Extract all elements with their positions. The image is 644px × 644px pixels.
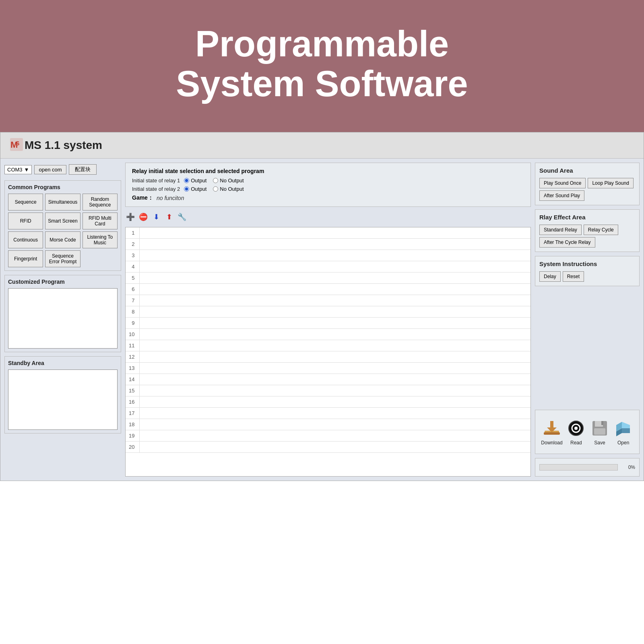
common-program-button[interactable]: Continuous bbox=[8, 231, 43, 248]
row-content[interactable] bbox=[140, 340, 530, 351]
svg-rect-6 bbox=[544, 432, 560, 435]
download-action[interactable]: Download bbox=[541, 418, 562, 446]
move-up-button[interactable]: ⬆ bbox=[164, 212, 174, 222]
remove-button[interactable]: ⛔ bbox=[138, 212, 149, 222]
relay1-output-option[interactable]: Output bbox=[184, 178, 206, 184]
row-content[interactable] bbox=[140, 329, 530, 340]
open-action[interactable]: Open bbox=[613, 418, 634, 446]
read-action[interactable]: Read bbox=[566, 418, 586, 446]
app-title: MS 1.1 system bbox=[25, 139, 102, 152]
read-label: Read bbox=[570, 440, 582, 446]
relay2-nooutput-option[interactable]: No Output bbox=[213, 186, 244, 192]
common-program-button[interactable]: Listening To Music bbox=[83, 231, 118, 248]
table-row: 14 bbox=[126, 374, 530, 385]
svg-rect-12 bbox=[601, 421, 603, 425]
table-row: 16 bbox=[126, 396, 530, 408]
row-number: 15 bbox=[126, 385, 140, 396]
row-content[interactable] bbox=[140, 250, 530, 261]
relay-config-title: Relay initial state selection and select… bbox=[132, 168, 524, 174]
standby-section: Standby Area bbox=[4, 356, 121, 433]
relay2-output-option[interactable]: Output bbox=[184, 186, 206, 192]
common-program-button[interactable]: Simultaneous bbox=[45, 194, 80, 211]
relay-effect-button[interactable]: Relay Cycle bbox=[584, 225, 618, 235]
common-program-button[interactable]: Smart Screen bbox=[45, 213, 80, 229]
read-icon bbox=[566, 418, 586, 438]
common-program-button[interactable]: Sequence Error Prompt bbox=[45, 250, 80, 267]
common-programs-title: Common Programs bbox=[8, 184, 118, 190]
svg-text:S: S bbox=[16, 140, 19, 147]
common-programs-grid: SequenceSimultaneousRandom SequenceRFIDS… bbox=[8, 194, 118, 267]
row-content[interactable] bbox=[140, 318, 530, 329]
row-content[interactable] bbox=[140, 272, 530, 284]
row-content[interactable] bbox=[140, 261, 530, 272]
standby-area bbox=[8, 369, 118, 430]
dropdown-arrow-icon[interactable]: ▼ bbox=[24, 167, 29, 173]
row-number: 18 bbox=[126, 419, 140, 430]
download-label: Download bbox=[541, 440, 562, 446]
action-icons-section: DownloadReadSaveOpen bbox=[535, 410, 640, 454]
relay1-nooutput-option[interactable]: No Output bbox=[213, 178, 244, 184]
title-bar: M S MS 1.1 system bbox=[0, 132, 644, 159]
open-com-button[interactable]: open com bbox=[34, 165, 66, 174]
save-action[interactable]: Save bbox=[590, 418, 610, 446]
relay2-row: Initial state of relay 2 Output No Outpu… bbox=[132, 186, 524, 192]
common-program-button[interactable]: Morse Code bbox=[45, 231, 80, 248]
row-content[interactable] bbox=[140, 295, 530, 306]
row-content[interactable] bbox=[140, 306, 530, 318]
row-number: 12 bbox=[126, 351, 140, 363]
sound-button[interactable]: After Sound Play bbox=[539, 190, 584, 201]
table-row: 9 bbox=[126, 318, 530, 329]
row-number: 2 bbox=[126, 239, 140, 250]
common-program-button[interactable]: Sequence bbox=[8, 194, 43, 211]
row-number: 3 bbox=[126, 250, 140, 261]
system-instruction-button[interactable]: Delay bbox=[539, 271, 561, 282]
sound-button[interactable]: Play Sound Once bbox=[539, 178, 586, 188]
row-content[interactable] bbox=[140, 363, 530, 374]
move-down-button[interactable]: ⬇ bbox=[151, 212, 161, 222]
relay-effect-button[interactable]: Standard Relay bbox=[539, 225, 582, 235]
row-content[interactable] bbox=[140, 419, 530, 430]
row-content[interactable] bbox=[140, 396, 530, 408]
config-button[interactable]: 配置块 bbox=[69, 164, 97, 175]
relay-effect-buttons-row: Standard RelayRelay CycleAfter The Cycle… bbox=[539, 225, 635, 248]
center-panel: Relay initial state selection and select… bbox=[125, 163, 531, 477]
relay2-nooutput-radio[interactable] bbox=[213, 186, 218, 192]
system-instruction-buttons-row: DelayReset bbox=[539, 271, 635, 282]
common-program-button[interactable]: Fingerprint bbox=[8, 250, 43, 267]
row-number: 20 bbox=[126, 442, 140, 453]
app-logo: M S bbox=[8, 136, 25, 154]
table-row: 17 bbox=[126, 408, 530, 419]
com-port-select[interactable]: COM3 ▼ bbox=[4, 165, 32, 174]
relay2-label: Initial state of relay 2 bbox=[132, 186, 180, 192]
common-program-button[interactable]: RFID Multi Card bbox=[83, 213, 118, 229]
svg-rect-16 bbox=[622, 428, 630, 433]
progress-bar-container bbox=[539, 464, 618, 471]
sound-button[interactable]: Loop Play Sound bbox=[588, 178, 633, 188]
row-content[interactable] bbox=[140, 385, 530, 396]
hero-title: Programmable System Software bbox=[8, 24, 636, 104]
row-content[interactable] bbox=[140, 284, 530, 295]
row-content[interactable] bbox=[140, 227, 530, 239]
progress-row: 0% bbox=[539, 462, 635, 472]
add-button[interactable]: ➕ bbox=[125, 212, 136, 222]
common-program-button[interactable]: RFID bbox=[8, 213, 43, 229]
row-content[interactable] bbox=[140, 430, 530, 442]
relay1-output-label: Output bbox=[191, 178, 206, 184]
row-number: 11 bbox=[126, 340, 140, 351]
relay1-output-radio[interactable] bbox=[184, 178, 189, 183]
row-number: 13 bbox=[126, 363, 140, 374]
relay-effect-button[interactable]: After The Cycle Relay bbox=[539, 237, 595, 248]
row-number: 16 bbox=[126, 396, 140, 408]
row-content[interactable] bbox=[140, 442, 530, 453]
row-number: 9 bbox=[126, 318, 140, 329]
relay1-nooutput-radio[interactable] bbox=[213, 178, 218, 183]
row-content[interactable] bbox=[140, 239, 530, 250]
row-content[interactable] bbox=[140, 351, 530, 363]
row-content[interactable] bbox=[140, 408, 530, 419]
relay2-output-radio[interactable] bbox=[184, 186, 189, 192]
common-program-button[interactable]: Random Sequence bbox=[83, 194, 118, 211]
system-instruction-button[interactable]: Reset bbox=[563, 271, 584, 282]
row-content[interactable] bbox=[140, 374, 530, 385]
game-value: no funciton bbox=[157, 195, 184, 201]
wrench-button[interactable]: 🔧 bbox=[177, 212, 187, 222]
